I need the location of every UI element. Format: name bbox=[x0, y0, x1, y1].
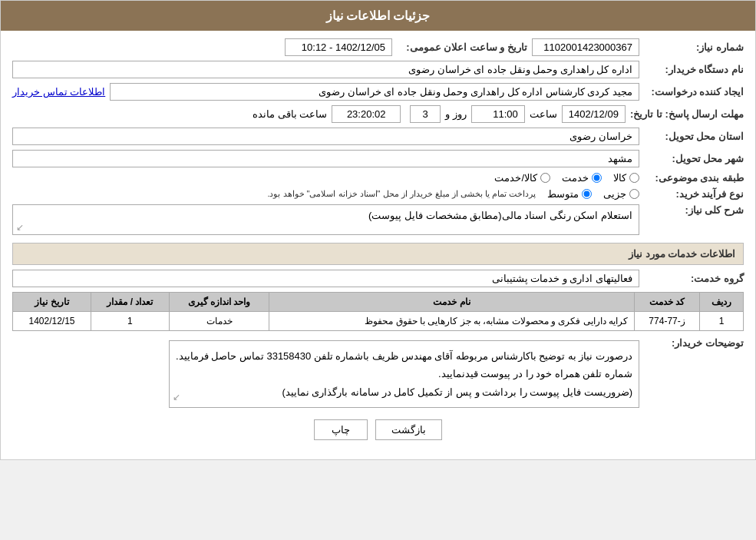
cell-service-name: کرایه دارایی فکری و محصولات مشابه، به جز… bbox=[269, 312, 635, 331]
cell-unit: خدمات bbox=[169, 312, 269, 331]
purchase-note: پرداخت تمام یا بخشی از مبلغ خریدار از مح… bbox=[267, 189, 536, 199]
cell-date: 1402/12/15 bbox=[13, 312, 91, 331]
cell-quantity: 1 bbox=[91, 312, 169, 331]
deadline-time: 11:00 bbox=[471, 105, 525, 123]
col-row-num: ردیف bbox=[700, 293, 744, 312]
table-row: 1 ز-77-774 کرایه دارایی فکری و محصولات م… bbox=[13, 312, 744, 331]
province-label: استان محل تحویل: bbox=[644, 131, 744, 142]
buyer-org-row: نام دستگاه خریدار: اداره کل راهداری وحمل… bbox=[12, 61, 744, 78]
general-desc-value: استعلام اسکن رنگی اسناد مالی(مطابق مشخصا… bbox=[12, 204, 639, 235]
province-value: خراسان رضوی bbox=[12, 128, 639, 145]
need-number-value: 1102001423000367 bbox=[532, 38, 639, 56]
announce-value: 1402/12/05 - 10:12 bbox=[285, 38, 392, 56]
deadline-row: مهلت ارسال پاسخ: تا تاریخ: 1402/12/09 سا… bbox=[12, 105, 744, 123]
purchase-radio-jozi[interactable] bbox=[629, 189, 639, 199]
col-date: تاریخ نیاز bbox=[13, 293, 91, 312]
buyer-desc-label: توضیحات خریدار: bbox=[644, 337, 744, 349]
purchase-type-label: نوع فرآیند خرید: bbox=[644, 188, 744, 200]
purchase-motavaset-label: متوسط bbox=[547, 188, 579, 200]
creator-label: ایجاد کننده درخواست: bbox=[644, 86, 744, 98]
col-service-code: کد خدمت bbox=[634, 293, 699, 312]
creator-value: مجید کردی کارشناس اداره کل راهداری وحمل … bbox=[110, 83, 639, 101]
page-header: جزئیات اطلاعات نیاز bbox=[1, 1, 755, 31]
buyer-org-value: اداره کل راهداری وحمل ونقل جاده ای خراسا… bbox=[12, 61, 639, 78]
category-radio-khedmat[interactable] bbox=[592, 173, 602, 183]
creator-row: ایجاد کننده درخواست: مجید کردی کارشناس ا… bbox=[12, 83, 744, 101]
contact-link[interactable]: اطلاعات تماس خریدار bbox=[12, 86, 105, 98]
general-desc-row: شرح کلی نیاز: استعلام اسکن رنگی اسناد ما… bbox=[12, 204, 744, 235]
category-radio-kala-khedmat[interactable] bbox=[540, 173, 550, 183]
deadline-date: 1402/12/09 bbox=[562, 105, 626, 123]
buttons-row: بازگشت چاپ bbox=[12, 419, 744, 440]
services-table: ردیف کد خدمت نام خدمت واحد اندازه گیری ت… bbox=[12, 292, 744, 331]
category-kala-khedmat-label: کالا/خدمت bbox=[494, 172, 537, 184]
cell-service-code: ز-77-774 bbox=[634, 312, 699, 331]
category-radio-group: کالا خدمت کالا/خدمت bbox=[12, 172, 639, 184]
announce-label: تاریخ و ساعت اعلان عمومی: bbox=[397, 41, 527, 53]
deadline-label: مهلت ارسال پاسخ: تا تاریخ: bbox=[630, 108, 744, 120]
content-area: شماره نیاز: 1102001423000367 تاریخ و ساع… bbox=[1, 31, 755, 459]
deadline-remaining-label: ساعت باقی مانده bbox=[253, 108, 327, 120]
deadline-day-label: روز و bbox=[445, 108, 467, 120]
deadline-day: 3 bbox=[410, 105, 441, 123]
deadline-remaining: 23:20:02 bbox=[332, 105, 401, 123]
need-number-row: شماره نیاز: 1102001423000367 تاریخ و ساع… bbox=[12, 38, 744, 56]
purchase-jozi-label: جزیی bbox=[603, 188, 626, 200]
purchase-option-motavaset: متوسط bbox=[547, 188, 592, 200]
category-option-kala: کالا bbox=[613, 172, 639, 184]
need-number-label: شماره نیاز: bbox=[644, 41, 744, 53]
services-section-title: اطلاعات خدمات مورد نیاز bbox=[12, 243, 744, 265]
service-group-row: گروه خدمت: فعالیتهای اداری و خدمات پشتیب… bbox=[12, 270, 744, 287]
purchase-option-jozi: جزیی bbox=[603, 188, 639, 200]
category-khedmat-label: خدمت bbox=[562, 172, 589, 184]
page-title: جزئیات اطلاعات نیاز bbox=[326, 9, 431, 22]
deadline-time-label: ساعت bbox=[530, 108, 557, 120]
general-desc-label: شرح کلی نیاز: bbox=[644, 204, 744, 216]
city-label: شهر محل تحویل: bbox=[644, 153, 744, 164]
city-value: مشهد bbox=[12, 150, 639, 167]
category-option-khedmat: خدمت bbox=[562, 172, 602, 184]
province-row: استان محل تحویل: خراسان رضوی bbox=[12, 128, 744, 145]
category-kala-label: کالا bbox=[613, 172, 626, 184]
service-group-value: فعالیتهای اداری و خدمات پشتیبانی bbox=[12, 270, 639, 287]
back-button[interactable]: بازگشت bbox=[375, 419, 442, 440]
col-service-name: نام خدمت bbox=[269, 293, 635, 312]
print-button[interactable]: چاپ bbox=[314, 419, 368, 440]
cell-row-num: 1 bbox=[700, 312, 744, 331]
category-option-kala-khedmat: کالا/خدمت bbox=[494, 172, 550, 184]
purchase-radio-motavaset[interactable] bbox=[582, 189, 592, 199]
col-quantity: تعداد / مقدار bbox=[91, 293, 169, 312]
col-unit: واحد اندازه گیری bbox=[169, 293, 269, 312]
buyer-desc-row: توضیحات خریدار: درصورت نیاز به توضیح باک… bbox=[12, 337, 744, 408]
page-wrapper: جزئیات اطلاعات نیاز شماره نیاز: 11020014… bbox=[0, 0, 756, 460]
city-row: شهر محل تحویل: مشهد bbox=[12, 150, 744, 167]
purchase-type-row: نوع فرآیند خرید: جزیی متوسط پرداخت تمام … bbox=[12, 188, 744, 200]
buyer-desc-value: درصورت نیاز به توضیح باکارشناس مربوطه آق… bbox=[169, 340, 639, 408]
service-group-label: گروه خدمت: bbox=[644, 273, 744, 284]
table-header-row: ردیف کد خدمت نام خدمت واحد اندازه گیری ت… bbox=[13, 293, 744, 312]
purchase-radio-group: جزیی متوسط پرداخت تمام یا بخشی از مبلغ خ… bbox=[12, 188, 639, 200]
category-label: طبقه بندی موضوعی: bbox=[644, 172, 744, 184]
category-radio-kala[interactable] bbox=[629, 173, 639, 183]
category-row: طبقه بندی موضوعی: کالا خدمت کالا/خدمت bbox=[12, 172, 744, 184]
buyer-org-label: نام دستگاه خریدار: bbox=[644, 64, 744, 75]
